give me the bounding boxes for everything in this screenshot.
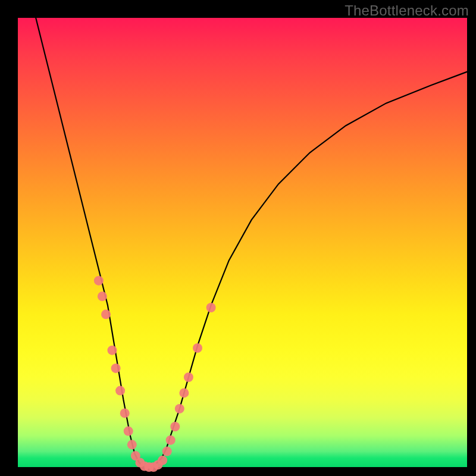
marker-layer [94, 276, 216, 472]
marker-dot [170, 422, 180, 431]
marker-dot [193, 343, 202, 353]
marker-dot [127, 440, 137, 449]
marker-dot [94, 276, 104, 286]
marker-dot [111, 364, 121, 373]
watermark-text: TheBottleneck.com [345, 2, 469, 19]
marker-dot [175, 404, 184, 414]
marker-dot [179, 388, 189, 397]
marker-dot [184, 372, 193, 382]
marker-dot [108, 346, 117, 355]
marker-dot [206, 303, 216, 312]
chart-svg [18, 18, 467, 467]
curve-layer [36, 18, 467, 467]
bottleneck-curve [36, 18, 467, 467]
marker-dot [120, 408, 130, 418]
chart-frame: TheBottleneck.com [0, 0, 476, 476]
plot-area [18, 18, 467, 467]
marker-dot [166, 436, 176, 445]
marker-dot [98, 292, 107, 301]
marker-dot [101, 309, 111, 319]
marker-dot [115, 386, 125, 396]
marker-dot [162, 447, 172, 456]
marker-dot [158, 456, 167, 465]
marker-dot [124, 427, 133, 436]
